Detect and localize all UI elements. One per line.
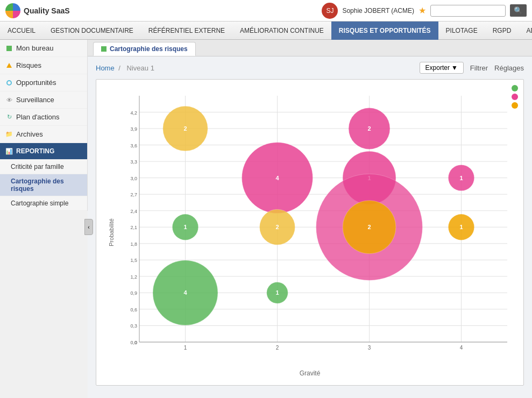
sidebar-item-risques[interactable]: Risques	[0, 57, 87, 74]
chart-container: Probabilité Gravité 0,00,30,60,91,21,51,…	[96, 79, 524, 386]
chart-icon: 📊	[5, 147, 13, 155]
svg-text:4,2: 4,2	[130, 110, 137, 116]
svg-text:0,3: 0,3	[130, 323, 137, 329]
nav-referentiel[interactable]: RÉFÉRENTIEL EXTERNE	[141, 22, 232, 40]
svg-text:1: 1	[459, 175, 463, 181]
nav-administration[interactable]: ADMINISTRATION	[519, 22, 532, 40]
svg-text:0: 0	[134, 340, 137, 345]
legend-dot-pink	[512, 94, 518, 100]
svg-text:3,3: 3,3	[130, 159, 137, 165]
user-name: Sophie JOBERT (ACME)	[342, 7, 414, 15]
svg-text:0,6: 0,6	[130, 307, 137, 312]
main-layout: Mon bureau Risques Opportunités 👁 Survei…	[0, 40, 532, 398]
sidebar-sub-cartographie-simple[interactable]: Cartographie simple	[0, 196, 87, 211]
svg-text:2: 2	[367, 125, 371, 132]
tab-label: Cartographie des risques	[110, 45, 188, 53]
nav-amelioration[interactable]: AMÉLIORATION CONTINUE	[232, 22, 331, 40]
sidebar-label-opportunites: Opportunités	[16, 79, 56, 87]
settings-button[interactable]: Réglages	[494, 64, 524, 72]
legend-dot-orange	[512, 102, 518, 109]
sidebar-sub-cartographie-risques[interactable]: Cartographie des risques	[0, 174, 87, 196]
folder-icon: 📁	[5, 131, 13, 138]
export-label: Exporter	[425, 64, 450, 72]
svg-text:1,5: 1,5	[130, 258, 137, 263]
eye-icon: 👁	[5, 96, 13, 104]
y-axis-label: Probabilité	[108, 218, 115, 246]
breadcrumb-bar: Home / Niveau 1 Exporter ▼ Filtrer Régla…	[96, 62, 524, 74]
sidebar: Mon bureau Risques Opportunités 👁 Survei…	[0, 40, 88, 211]
svg-text:2: 2	[183, 125, 187, 132]
search-input[interactable]	[430, 5, 506, 17]
sidebar-item-archives[interactable]: 📁 Archives	[0, 126, 87, 143]
avatar-initials: SJ	[326, 7, 334, 15]
svg-text:3,0: 3,0	[130, 176, 137, 181]
sidebar-reporting-header[interactable]: 📊 REPORTING	[0, 143, 87, 160]
svg-text:1: 1	[459, 224, 463, 230]
sidebar-sub-cartographie-risques-label: Cartographie des risques	[11, 177, 64, 193]
top-bar: Quality SaaS SJ Sophie JOBERT (ACME) ★ 🔍	[0, 0, 532, 22]
sidebar-label-risques: Risques	[16, 61, 41, 69]
export-button[interactable]: Exporter ▼	[420, 62, 464, 74]
filter-button[interactable]: Filtrer	[470, 64, 488, 72]
star-icon[interactable]: ★	[418, 5, 426, 16]
svg-text:4: 4	[183, 289, 187, 296]
avatar: SJ	[322, 3, 338, 19]
search-button[interactable]: 🔍	[510, 4, 527, 17]
sidebar-item-surveillance[interactable]: 👁 Surveillance	[0, 91, 87, 109]
nav-accueil[interactable]: ACCUEIL	[0, 22, 43, 40]
svg-text:3,6: 3,6	[130, 143, 137, 148]
sidebar-sub-criticite-label: Criticité par famille	[11, 163, 64, 170]
svg-text:2,1: 2,1	[130, 225, 137, 230]
svg-text:2: 2	[276, 345, 279, 351]
page-content: Home / Niveau 1 Exporter ▼ Filtrer Régla…	[88, 56, 532, 398]
svg-text:1: 1	[183, 224, 187, 230]
logo-icon	[5, 3, 20, 18]
svg-text:1,8: 1,8	[130, 241, 137, 247]
sidebar-sub-cartographie-simple-label: Cartographie simple	[11, 200, 68, 207]
tab-cartographie-risques[interactable]: Cartographie des risques	[93, 42, 196, 56]
circle-blue-icon	[5, 79, 13, 87]
logo-area: Quality SaaS	[5, 3, 91, 18]
sidebar-item-mon-bureau[interactable]: Mon bureau	[0, 40, 87, 57]
app-name: Quality SaaS	[24, 6, 70, 15]
chart-legend	[512, 85, 518, 109]
nav-pilotage[interactable]: PILOTAGE	[438, 22, 485, 40]
sidebar-item-plan-actions[interactable]: ↻ Plan d'actions	[0, 109, 87, 126]
svg-text:1,2: 1,2	[130, 274, 137, 280]
svg-text:0,9: 0,9	[130, 290, 137, 296]
svg-text:2,4: 2,4	[130, 209, 137, 214]
svg-text:3: 3	[368, 345, 371, 351]
sidebar-sub-criticite[interactable]: Criticité par famille	[0, 160, 87, 174]
breadcrumb-current: Niveau 1	[127, 64, 154, 72]
sidebar-collapse-button[interactable]: ‹	[84, 219, 93, 235]
svg-text:2: 2	[275, 224, 279, 230]
nav-risques[interactable]: RISQUES ET OPPORTUNITÉS	[331, 22, 438, 40]
svg-text:1: 1	[184, 345, 187, 351]
legend-dot-green	[512, 85, 518, 91]
nav-rgpd[interactable]: RGPD	[485, 22, 519, 40]
svg-text:1: 1	[275, 289, 279, 296]
toolbar-right: Exporter ▼ Filtrer Réglages	[420, 62, 524, 74]
sidebar-wrapper: Mon bureau Risques Opportunités 👁 Survei…	[0, 40, 88, 398]
breadcrumb-separator: /	[118, 64, 120, 72]
nav-bar: ACCUEIL GESTION DOCUMENTAIRE RÉFÉRENTIEL…	[0, 22, 532, 40]
nav-gestion-doc[interactable]: GESTION DOCUMENTAIRE	[43, 22, 141, 40]
tab-green-icon	[101, 46, 107, 52]
triangle-orange-icon	[5, 62, 13, 69]
top-bar-right: SJ Sophie JOBERT (ACME) ★ 🔍	[322, 3, 527, 19]
refresh-icon: ↻	[5, 113, 13, 121]
svg-text:3,9: 3,9	[130, 126, 137, 132]
sidebar-label-archives: Archives	[16, 130, 43, 138]
svg-text:2,7: 2,7	[130, 192, 137, 197]
bubble-chart-svg: 0,00,30,60,91,21,51,82,12,42,73,03,33,63…	[118, 85, 518, 364]
sidebar-label-mon-bureau: Mon bureau	[16, 44, 53, 52]
sidebar-label-plan-actions: Plan d'actions	[16, 113, 60, 121]
square-green-icon	[5, 45, 13, 52]
export-chevron-icon: ▼	[451, 64, 458, 72]
sidebar-label-surveillance: Surveillance	[16, 96, 54, 104]
svg-text:2: 2	[367, 224, 371, 230]
breadcrumb-home[interactable]: Home	[96, 64, 115, 72]
tab-header: Cartographie des risques	[88, 40, 532, 56]
content-area: Cartographie des risques Home / Niveau 1…	[88, 40, 532, 398]
sidebar-item-opportunites[interactable]: Opportunités	[0, 74, 87, 91]
